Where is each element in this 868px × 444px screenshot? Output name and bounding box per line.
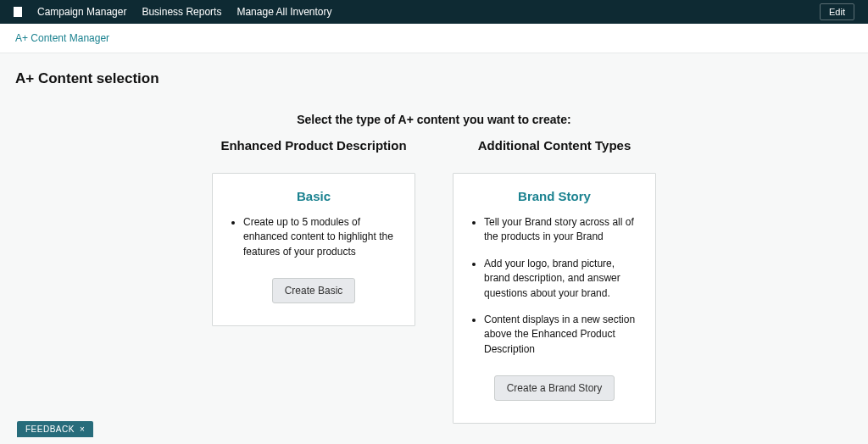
- nav-item-manage-all-inventory[interactable]: Manage All Inventory: [236, 6, 331, 18]
- nav-right: Edit: [820, 3, 854, 20]
- nav-left: Campaign Manager Business Reports Manage…: [14, 6, 332, 18]
- breadcrumb: A+ Content Manager: [0, 24, 868, 53]
- nav-item-business-reports[interactable]: Business Reports: [142, 6, 221, 18]
- nav-item-campaign-manager[interactable]: Campaign Manager: [37, 6, 126, 18]
- edit-button[interactable]: Edit: [820, 3, 854, 20]
- column-heading-additional: Additional Content Types: [453, 138, 656, 153]
- card-brand-story: Brand Story Tell your Brand story across…: [453, 173, 656, 424]
- card-bullets-brand-story: Tell your Brand story across all of the …: [469, 215, 640, 357]
- list-item: Tell your Brand story across all of the …: [484, 215, 640, 245]
- card-basic: Basic Create up to 5 modules of enhanced…: [212, 173, 415, 326]
- list-item: Add your logo, brand picture, brand desc…: [484, 257, 640, 301]
- top-nav: Campaign Manager Business Reports Manage…: [0, 0, 868, 24]
- content-type-columns: Enhanced Product Description Basic Creat…: [15, 138, 853, 424]
- card-title-basic: Basic: [228, 189, 399, 203]
- list-item: Create up to 5 modules of enhanced conte…: [243, 215, 399, 259]
- page-title: A+ Content selection: [15, 70, 853, 87]
- card-title-brand-story: Brand Story: [469, 189, 640, 203]
- page-body: A+ Content selection Select the type of …: [0, 53, 868, 424]
- breadcrumb-content-manager[interactable]: A+ Content Manager: [15, 32, 109, 44]
- feedback-label: FEEDBACK: [25, 425, 75, 434]
- feedback-tab[interactable]: FEEDBACK ×: [17, 421, 93, 437]
- column-additional-content-types: Additional Content Types Brand Story Tel…: [453, 138, 656, 424]
- selection-prompt: Select the type of A+ content you want t…: [15, 113, 853, 126]
- create-brand-story-button[interactable]: Create a Brand Story: [494, 375, 615, 401]
- column-enhanced-product-description: Enhanced Product Description Basic Creat…: [212, 138, 415, 424]
- create-basic-button[interactable]: Create Basic: [272, 278, 356, 303]
- column-heading-enhanced: Enhanced Product Description: [212, 138, 415, 153]
- bookmark-icon: [14, 7, 22, 17]
- close-icon[interactable]: ×: [80, 425, 85, 434]
- list-item: Content displays in a new section above …: [484, 313, 640, 357]
- card-bullets-basic: Create up to 5 modules of enhanced conte…: [228, 215, 399, 259]
